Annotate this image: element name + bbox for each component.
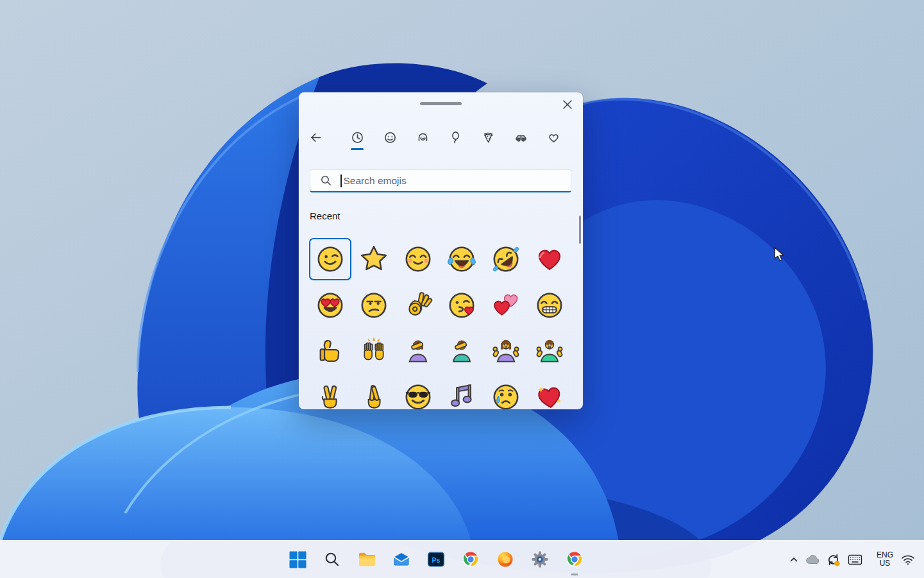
emoji-smiling-face-with-smiling-eyes[interactable] [397, 238, 439, 280]
emoji-star[interactable] [353, 238, 395, 280]
firefox-icon [496, 550, 514, 568]
man-shrugging-glyph [535, 336, 564, 366]
raising-hands-glyph [359, 336, 389, 366]
emoji-unamused-face[interactable] [353, 284, 395, 327]
tray-onedrive-button[interactable] [804, 541, 822, 578]
folder-icon [358, 551, 376, 568]
taskbar-chrome-button[interactable] [453, 541, 488, 578]
emoji-face-with-tears-of-joy[interactable] [441, 238, 483, 280]
taskbar-start-button[interactable] [280, 541, 315, 578]
taskbar-apps: Ps [280, 541, 592, 578]
tab-symbols[interactable] [539, 123, 567, 151]
victory-hand-glyph [315, 382, 345, 410]
winking-face-glyph [315, 244, 345, 274]
back-arrow-icon [309, 131, 323, 144]
emoji-man-facepalming[interactable] [441, 330, 483, 372]
keyboard-icon [848, 554, 862, 565]
wifi-icon [901, 554, 915, 565]
windows-logo-icon [289, 551, 307, 568]
chrome-icon [566, 550, 584, 568]
tray-network-button[interactable] [899, 541, 917, 578]
taskbar-chrome-secondary-button[interactable] [557, 541, 592, 578]
emoji-rolling-on-the-floor-laughing[interactable] [485, 238, 527, 280]
tab-smileys[interactable] [376, 123, 404, 151]
emoji-man-shrugging[interactable] [528, 330, 571, 372]
running-indicator [571, 574, 578, 575]
man-facepalming-glyph [447, 336, 476, 366]
close-button[interactable] [557, 95, 578, 114]
sparkling-heart-glyph [535, 382, 564, 410]
emoji-winking-face[interactable] [309, 238, 351, 280]
smiling-face-with-sunglasses-glyph [403, 382, 433, 410]
emoji-face-blowing-a-kiss[interactable] [441, 284, 483, 327]
emoji-ok-hand[interactable] [397, 284, 439, 327]
emoji-crying-face[interactable] [485, 376, 527, 410]
emoji-musical-notes[interactable] [441, 376, 483, 410]
gear-icon [531, 550, 549, 568]
smiling-face-with-heart-eyes-glyph [315, 291, 345, 320]
smiling-face-with-smiling-eyes-glyph [403, 244, 433, 274]
chrome-icon [462, 550, 480, 568]
emoji-two-hearts[interactable] [485, 284, 527, 327]
tray-touch-keyboard-button[interactable] [845, 541, 864, 578]
tab-transportation[interactable] [507, 123, 535, 151]
emoji-woman-shrugging[interactable] [485, 330, 527, 372]
language-secondary: US [880, 559, 891, 568]
taskbar-search-button[interactable] [315, 541, 349, 578]
tab-people[interactable] [408, 123, 437, 151]
heart-icon [547, 131, 560, 144]
tray-language-button[interactable]: ENGUS [871, 541, 899, 578]
emoji-raising-hands[interactable] [353, 330, 395, 372]
search-icon [321, 175, 332, 186]
crossed-fingers-glyph [359, 382, 389, 410]
sync-badge-icon [826, 552, 841, 567]
close-icon [563, 100, 572, 109]
smiley-icon [383, 131, 397, 144]
pizza-icon [482, 131, 495, 144]
taskbar-firefox-button[interactable] [488, 541, 523, 578]
window-drag-handle[interactable] [420, 102, 462, 105]
ok-hand-glyph [403, 291, 433, 320]
search-box[interactable] [310, 169, 571, 192]
section-title: Recent [310, 210, 340, 221]
search-icon [324, 551, 340, 568]
scrollbar-thumb[interactable] [579, 216, 581, 244]
tab-recent[interactable] [343, 123, 371, 151]
car-icon [514, 131, 528, 144]
emoji-smiling-face-with-heart-eyes[interactable] [309, 284, 351, 327]
emoji-thumbs-up[interactable] [309, 330, 351, 372]
emoji-crossed-fingers[interactable] [353, 376, 395, 410]
face-with-tears-of-joy-glyph [447, 244, 476, 274]
taskbar-settings-button[interactable] [523, 541, 557, 578]
emoji-picker-window: Recent [299, 92, 583, 409]
musical-notes-glyph [447, 382, 476, 410]
cloud-icon [806, 554, 820, 565]
woman-facepalming-glyph [403, 336, 433, 366]
star-glyph [359, 244, 389, 274]
back-button[interactable] [304, 123, 327, 151]
emoji-grid [309, 238, 571, 409]
taskbar: Ps ENGUS [0, 540, 924, 578]
clock-icon [351, 131, 364, 144]
emoji-beaming-face-with-smiling-eyes[interactable] [528, 284, 571, 327]
emoji-red-heart[interactable] [528, 238, 571, 280]
tray-hidden-icons-button[interactable] [785, 541, 802, 578]
taskbar-mail-button[interactable] [384, 541, 419, 578]
svg-text:Ps: Ps [432, 556, 441, 564]
taskbar-file-explorer-button[interactable] [349, 541, 384, 578]
tray-update-button[interactable] [824, 541, 842, 578]
emoji-victory-hand[interactable] [309, 376, 351, 410]
taskbar-photoshop-button[interactable]: Ps [419, 541, 453, 578]
language-indicator: ENGUS [877, 551, 893, 568]
red-heart-glyph [535, 244, 564, 274]
emoji-woman-facepalming[interactable] [397, 330, 439, 372]
thumbs-up-glyph [315, 336, 345, 366]
emoji-sparkling-heart[interactable] [528, 376, 571, 410]
category-tabs [299, 123, 583, 151]
tab-food[interactable] [474, 123, 502, 151]
person-icon [416, 131, 430, 144]
language-primary: ENG [877, 550, 893, 559]
search-input[interactable] [342, 175, 571, 187]
tab-celebrations[interactable] [441, 123, 469, 151]
emoji-smiling-face-with-sunglasses[interactable] [397, 376, 439, 410]
